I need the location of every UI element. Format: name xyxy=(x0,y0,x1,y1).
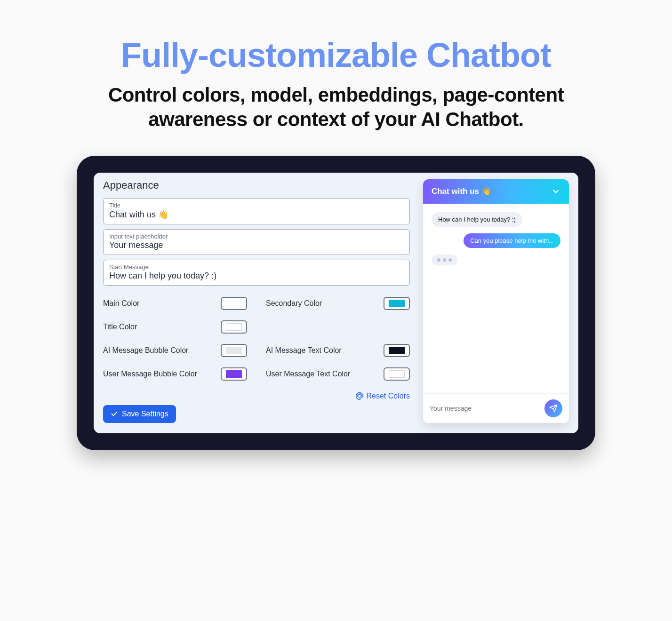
device-frame: Appearance Title Chat with us 👋 Input te… xyxy=(77,156,595,450)
ai-text-color-label: AI Message Text Color xyxy=(266,346,342,355)
ai-bubble-color-row: AI Message Bubble Color xyxy=(103,344,247,357)
main-color-row: Main Color xyxy=(103,297,247,310)
send-button[interactable] xyxy=(544,399,562,417)
start-message-field-label: Start Message xyxy=(109,263,404,271)
dot-icon xyxy=(443,258,446,262)
title-color-swatch[interactable] xyxy=(221,320,247,334)
swatch xyxy=(389,300,405,307)
swatch xyxy=(226,347,242,354)
title-field-label: Title xyxy=(109,202,404,209)
placeholder-field-value: Your message xyxy=(109,240,404,250)
swatch xyxy=(226,323,242,331)
ai-text-color-swatch[interactable] xyxy=(384,344,410,357)
save-settings-label: Save Settings xyxy=(122,410,168,418)
title-color-label: Title Color xyxy=(103,323,137,331)
settings-panel: Appearance Title Chat with us 👋 Input te… xyxy=(94,173,578,433)
user-bubble-color-swatch[interactable] xyxy=(221,367,247,381)
placeholder-field-label: Input text placeholder xyxy=(109,233,404,240)
chat-body: How can I help you today? :) Can you ple… xyxy=(423,204,569,393)
main-color-swatch[interactable] xyxy=(221,297,247,310)
chat-header-title: Chat with us 👋 xyxy=(432,186,491,196)
swatch xyxy=(226,300,242,307)
svg-point-3 xyxy=(357,396,358,397)
ai-message-bubble: How can I help you today? :) xyxy=(432,212,522,227)
secondary-color-swatch[interactable] xyxy=(384,297,410,310)
appearance-form: Appearance Title Chat with us 👋 Input te… xyxy=(103,179,410,423)
check-icon xyxy=(111,410,118,418)
dot-icon xyxy=(437,258,440,262)
save-settings-button[interactable]: Save Settings xyxy=(103,405,176,423)
chevron-down-icon[interactable] xyxy=(551,187,560,196)
palette-icon xyxy=(355,392,364,400)
chat-message-input[interactable] xyxy=(430,405,540,412)
secondary-color-label: Secondary Color xyxy=(266,299,322,308)
section-title: Appearance xyxy=(103,179,410,191)
title-field-value: Chat with us 👋 xyxy=(109,209,404,220)
svg-point-2 xyxy=(358,394,359,395)
title-color-row: Title Color xyxy=(103,320,247,334)
hero-title: Fully-customizable Chatbot xyxy=(0,38,672,73)
reset-colors-link[interactable]: Reset Colors xyxy=(103,392,410,400)
swatch xyxy=(389,370,405,378)
title-field[interactable]: Title Chat with us 👋 xyxy=(103,198,410,224)
color-grid: Main Color Secondary Color Title Color A… xyxy=(103,297,410,381)
ai-text-color-row: AI Message Text Color xyxy=(266,344,410,357)
chat-header: Chat with us 👋 xyxy=(423,179,569,204)
svg-point-0 xyxy=(360,393,360,394)
start-message-field-value: How can I help you today? :) xyxy=(109,271,404,281)
svg-point-1 xyxy=(361,395,362,396)
user-text-color-label: User Message Text Color xyxy=(266,370,350,378)
placeholder-field[interactable]: Input text placeholder Your message xyxy=(103,229,410,255)
user-message-bubble: Can you please help me with... xyxy=(464,233,560,248)
user-text-color-swatch[interactable] xyxy=(384,367,410,381)
start-message-field[interactable]: Start Message How can I help you today? … xyxy=(103,260,410,286)
user-bubble-color-label: User Message Bubble Color xyxy=(103,370,197,378)
swatch xyxy=(389,347,405,354)
swatch xyxy=(226,370,242,378)
user-bubble-color-row: User Message Bubble Color xyxy=(103,367,247,381)
reset-colors-label: Reset Colors xyxy=(367,392,410,400)
ai-bubble-color-label: AI Message Bubble Color xyxy=(103,346,188,355)
secondary-color-row: Secondary Color xyxy=(266,297,410,310)
user-text-color-row: User Message Text Color xyxy=(266,367,410,381)
dot-icon xyxy=(448,258,452,262)
chat-preview: Chat with us 👋 How can I help you today?… xyxy=(423,179,569,423)
chat-input-row xyxy=(423,393,569,423)
ai-bubble-color-swatch[interactable] xyxy=(221,344,247,357)
typing-indicator xyxy=(432,255,457,265)
hero-subtitle: Control colors, model, embeddings, page-… xyxy=(77,83,595,132)
send-icon xyxy=(549,404,558,413)
main-color-label: Main Color xyxy=(103,299,139,308)
